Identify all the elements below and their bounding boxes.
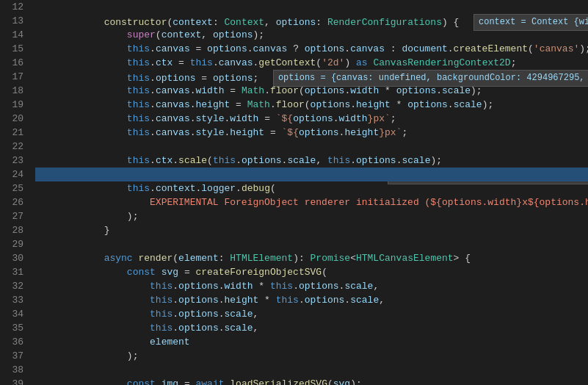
code-line-21 <box>35 126 588 140</box>
code-line-29: async render(element: HTMLElement): Prom… <box>35 237 588 251</box>
line-num-38: 38 <box>0 363 23 377</box>
line-num-12: 12 <box>0 0 23 14</box>
code-line-34: this.options.scale, <box>35 307 588 321</box>
code-line-16: this.options = options; options = {canva… <box>35 56 588 70</box>
line-num-35: 35 <box>0 321 23 335</box>
code-line-35: element <box>35 321 588 335</box>
line-num-29: 29 <box>0 237 23 251</box>
code-line-13: super(context, options); <box>35 14 588 28</box>
code-line-17: this.canvas.width = Math.floor(options.w… <box>35 70 588 84</box>
code-line-14: this.canvas = options.canvas ? options.c… <box>35 28 588 42</box>
line-num-23: 23 <box>0 154 23 168</box>
code-line-18: this.canvas.height = Math.floor(options.… <box>35 84 588 98</box>
line-num-25: 25 <box>0 181 23 195</box>
code-line-30: const svg = createForeignObjectSVG( <box>35 251 588 265</box>
code-line-26: ); <box>35 195 588 209</box>
line-num-27: 27 <box>0 209 23 223</box>
line-num-30: 30 <box>0 251 23 265</box>
line-num-18: 18 <box>0 84 23 98</box>
code-line-12: constructor(context: Context, options: R… <box>35 0 588 14</box>
code-line-39 <box>35 377 588 385</box>
line-num-37: 37 <box>0 349 23 363</box>
code-line-33: this.options.scale, <box>35 293 588 307</box>
code-line-36: ); <box>35 335 588 349</box>
line-num-32: 32 <box>0 279 23 293</box>
line-num-15: 15 <box>0 42 23 56</box>
code-line-22: this.ctx.scale(this.options.scale, this.… <box>35 140 588 154</box>
line-num-14: 14 <box>0 28 23 42</box>
code-line-32: this.options.height * this.options.scale… <box>35 279 588 293</box>
line-num-39: 39 <box>0 377 23 385</box>
code-line-25: EXPERIMENTAL ForeignObject renderer init… <box>35 181 588 195</box>
line-num-20: 20 <box>0 112 23 126</box>
code-line-19: this.canvas.style.width = `${options.wid… <box>35 98 588 112</box>
line-num-13: 13 <box>0 14 23 28</box>
code-container: 12 13 14 15 16 17 18 19 20 21 22 23 24 2… <box>0 0 588 385</box>
line-num-33: 33 <box>0 293 23 307</box>
line-num-31: 31 <box>0 265 23 279</box>
code-area[interactable]: constructor(context: Context, options: R… <box>29 0 588 385</box>
code-line-38: const img = await loadSerializedSVG(svg)… <box>35 363 588 377</box>
line-num-16: 16 <box>0 56 23 70</box>
code-line-37 <box>35 349 588 363</box>
line-num-17: 17 <box>0 70 23 84</box>
code-line-20: this.canvas.style.height = `${options.he… <box>35 112 588 126</box>
line-num-19: 19 <box>0 98 23 112</box>
line-num-24: 24 <box>0 168 23 181</box>
code-editor: 12 13 14 15 16 17 18 19 20 21 22 23 24 2… <box>0 0 588 385</box>
code-line-28 <box>35 223 588 237</box>
line-num-28: 28 <box>0 223 23 237</box>
line-num-34: 34 <box>0 307 23 321</box>
line-num-36: 36 <box>0 335 23 349</box>
code-line-23: this.ctx.translate(-options.x, -options.… <box>35 154 588 168</box>
code-line-15: this.ctx = this.canvas.getContext('2d') … <box>35 42 588 56</box>
code-line-24: this.context.logger.debug( <box>35 168 588 181</box>
line-num-22: 22 <box>0 140 23 154</box>
line-num-21: 21 <box>0 126 23 140</box>
code-line-31: this.options.width * this.options.scale, <box>35 265 588 279</box>
line-numbers: 12 13 14 15 16 17 18 19 20 21 22 23 24 2… <box>0 0 29 385</box>
code-line-27: } <box>35 209 588 223</box>
line-num-26: 26 <box>0 195 23 209</box>
